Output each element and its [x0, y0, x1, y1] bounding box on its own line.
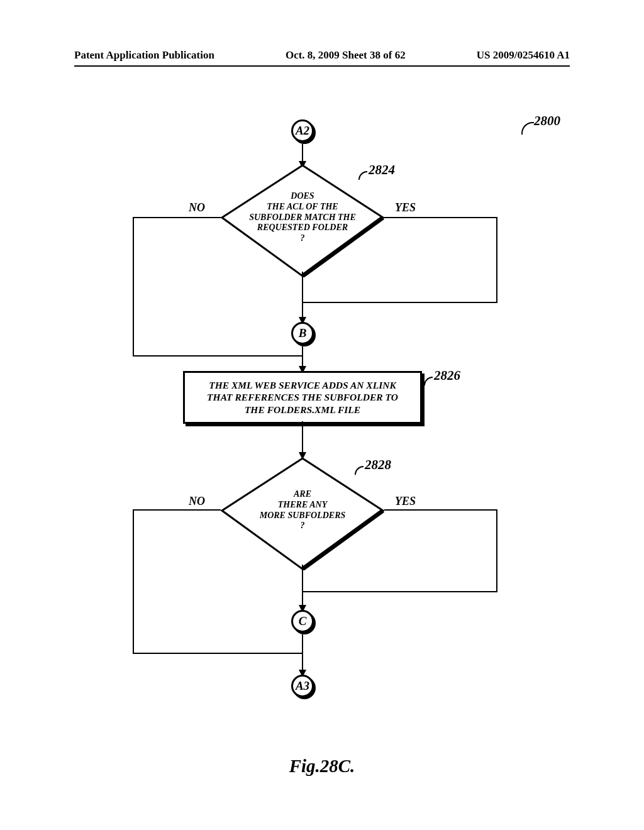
flowline — [496, 509, 497, 592]
ref-2826: 2826 — [434, 368, 460, 384]
decision-2-yes-label: YES — [395, 495, 416, 508]
flowline — [133, 509, 221, 511]
decision-acl-match: DOES THE ACL OF THE SUBFOLDER MATCH THE … — [221, 164, 384, 271]
header-left: Patent Application Publication — [74, 49, 214, 62]
decision-1-text: DOES THE ACL OF THE SUBFOLDER MATCH THE … — [233, 191, 372, 244]
connector-c-label: C — [299, 614, 307, 628]
flowchart-container: 2800 A2 DOES THE ACL OF THE SUBFOLDER MA… — [74, 113, 570, 767]
connector-a3: A3 — [291, 675, 314, 697]
flowline — [302, 634, 303, 653]
flowline — [302, 302, 497, 303]
process-add-xlink: THE XML WEB SERVICE ADDS AN XLINK THAT R… — [183, 371, 422, 424]
connector-b-label: B — [299, 326, 307, 340]
flowline — [384, 217, 497, 218]
header-right: US 2009/0254610 A1 — [477, 49, 570, 62]
process-1-text: THE XML WEB SERVICE ADDS AN XLINK THAT R… — [207, 380, 398, 415]
flowline — [302, 272, 303, 302]
flowline — [133, 509, 134, 654]
ref-2824: 2824 — [369, 162, 395, 178]
decision-1-no-label: NO — [189, 201, 205, 214]
connector-a2: A2 — [291, 119, 314, 142]
flowline — [133, 653, 302, 654]
connector-c: C — [291, 610, 314, 633]
page-header: Patent Application Publication Oct. 8, 2… — [0, 49, 644, 62]
flowline — [133, 355, 302, 357]
flowline — [302, 565, 303, 592]
decision-1-yes-label: YES — [395, 201, 416, 214]
ref-hook — [424, 377, 433, 385]
header-center: Oct. 8, 2009 Sheet 38 of 62 — [286, 49, 406, 62]
figure-label: Fig.28C. — [0, 756, 644, 777]
flowline — [302, 591, 497, 592]
flowline — [384, 509, 497, 511]
decision-2-no-label: NO — [189, 495, 205, 508]
header-rule — [74, 65, 570, 67]
ref-2828: 2828 — [365, 457, 391, 473]
decision-2-text: ARE THERE ANY MORE SUBFOLDERS ? — [233, 489, 372, 531]
flowline — [133, 217, 221, 218]
flowline — [133, 217, 134, 355]
connector-a3-label: A3 — [296, 679, 309, 693]
flowchart-ref-2800: 2800 — [534, 113, 560, 129]
flowline — [496, 217, 497, 303]
connector-a2-label: A2 — [296, 124, 309, 138]
connector-b: B — [291, 322, 314, 345]
